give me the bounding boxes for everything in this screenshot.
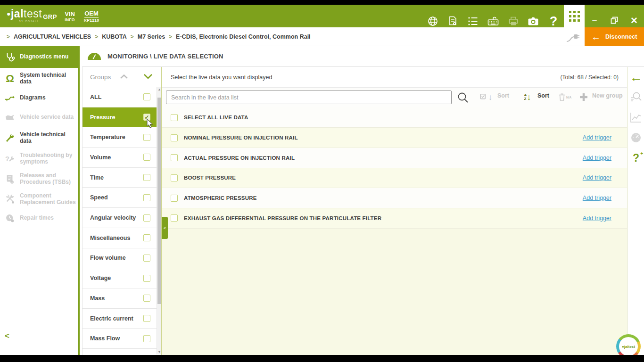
group-label: Electric current [90,315,133,322]
close-icon: ✕ [630,15,638,26]
add-trigger-link[interactable]: Add trigger [583,215,611,222]
menu-oem-rp1210[interactable]: OEM RP1210 [80,9,103,24]
live-data-row[interactable]: BOOST PRESSURE Add trigger [162,168,627,188]
group-row-pressure[interactable]: Pressure ✓ [83,107,157,128]
group-checkbox[interactable] [143,335,150,342]
window-restore-button[interactable] [608,13,621,27]
group-checkbox[interactable] [143,174,150,181]
chevron-left-icon: < [5,331,9,340]
select-all-row[interactable]: SELECT ALL LIVE DATA [162,107,627,128]
menu-grp[interactable]: GRP [41,9,59,24]
group-row-temperature[interactable]: Temperature [83,127,157,148]
live-data-row[interactable]: ATMOSPHERIC PRESSURE Add trigger [162,188,627,208]
sidebar-collapse-chevron[interactable]: < [5,331,9,341]
group-checkbox[interactable] [143,234,150,241]
groups-scroll-up-chevron[interactable] [120,73,128,81]
group-checkbox[interactable] [143,134,150,141]
releases-document-icon [4,174,16,184]
scrollbar-up-arrow[interactable]: ▲ [157,87,162,92]
row-checkbox[interactable] [171,214,178,222]
group-row-mass-flow[interactable]: Mass Flow [83,329,157,349]
sidebar-item-label: Vehicle technical data [20,132,76,145]
select-all-checkbox[interactable] [171,114,178,121]
group-row-electric-current[interactable]: Electric current [83,309,157,329]
menu-vin-info[interactable]: VIN INFO [59,9,80,24]
scrollbar-thumb[interactable] [157,98,161,304]
group-label: Miscellaneous [90,235,130,241]
advanced-search-button[interactable] [629,90,643,104]
scrollbar-down-arrow[interactable]: ▼ [157,350,162,354]
sidebar-item-system-technical-data[interactable]: Ω System technical data [0,70,78,88]
group-checkbox[interactable] [143,275,150,282]
sidebar-item-label: Component Replacement Guides [20,193,76,206]
group-checkbox-checked[interactable]: ✓ [143,114,150,121]
group-row-all[interactable]: ALL [83,87,157,107]
sidebar-item-diagrams[interactable]: Diagrams [0,92,78,104]
add-trigger-link[interactable]: Add trigger [583,174,611,181]
add-trigger-link[interactable]: Add trigger [583,195,611,201]
window-close-button[interactable]: ✕ [627,13,641,27]
row-checkbox[interactable] [171,154,178,161]
help-icon[interactable]: ? [547,15,560,27]
row-checkbox[interactable] [171,174,178,181]
group-checkbox[interactable] [143,93,150,100]
screenshot-camera-icon[interactable] [527,15,539,27]
logo-bold-text: jal [11,8,24,20]
group-row-time[interactable]: Time [83,168,157,188]
group-row-flow-volume[interactable]: Flow volume [83,248,157,269]
breadcrumb-item-system[interactable]: E-CDIS, Electronic Diesel Control, Commo… [176,33,310,40]
panel-collapse-tab[interactable]: < [162,217,168,239]
breadcrumb-item-model[interactable]: M7 Series [138,33,165,40]
row-label: NOMINAL PRESSURE ON INJECTION RAIL [184,135,298,140]
select-all-label: SELECT ALL LIVE DATA [184,115,248,120]
group-checkbox[interactable] [143,214,150,222]
add-trigger-link[interactable]: Add trigger [583,155,611,161]
groups-panel: Groups ALL Pressure ✓ Temperature Volume [82,67,162,355]
group-checkbox[interactable] [143,194,150,201]
keyboard-icon[interactable] [487,15,499,27]
row-checkbox[interactable] [171,134,178,141]
help-add-button[interactable]: ?+ [629,151,643,165]
sidebar-item-diagnostics-menu[interactable]: Diagnostics menu [0,46,78,68]
row-checkbox[interactable] [171,195,178,202]
omega-icon: Ω [4,74,16,84]
group-row-volume[interactable]: Volume [83,148,157,168]
group-row-miscellaneous[interactable]: Miscellaneous [83,228,157,248]
line-chart-icon [630,112,642,123]
window-minimize-button[interactable]: – [588,13,601,27]
live-data-row[interactable]: EXHAUST GAS DIFFERENTIAL PRESSURE ON THE… [162,208,627,229]
sort-alphabetical-icon[interactable]: AZ ↓ [520,90,535,104]
apps-grid-button[interactable] [564,5,585,27]
breadcrumb-item-vehicle-type[interactable]: AGRICULTURAL VEHICLES [14,33,91,40]
sort-selected-label: Sort [497,92,509,99]
group-checkbox[interactable] [143,315,150,322]
right-icon-strip [627,67,644,355]
report-document-icon[interactable] [446,15,459,27]
groups-scroll-down-chevron[interactable] [143,73,153,81]
disconnect-button[interactable]: ← Disconnect [585,27,644,46]
troubleshooting-icon: ? [4,154,16,164]
search-input[interactable] [166,90,452,104]
wrench-icon [4,133,16,143]
breadcrumb: > AGRICULTURAL VEHICLES > KUBOTA > M7 Se… [7,27,311,46]
sidebar-item-vehicle-technical-data[interactable]: Vehicle technical data [0,129,78,147]
group-row-voltage[interactable]: Voltage [83,268,157,288]
back-arrow-button[interactable]: ← [629,71,643,84]
group-row-speed[interactable]: Speed [83,188,157,208]
fault-list-icon[interactable] [467,15,479,27]
add-trigger-link[interactable]: Add trigger [583,134,611,141]
search-icon[interactable] [456,90,470,105]
crossed-wrenches-icon [4,194,16,205]
live-data-row[interactable]: NOMINAL PRESSURE ON INJECTION RAIL Add t… [162,128,627,148]
group-checkbox[interactable] [143,154,150,161]
breadcrumb-item-make[interactable]: KUBOTA [102,33,127,40]
sort-az-label[interactable]: Sort [537,92,549,99]
group-row-angular-velocity[interactable]: Angular velocity [83,208,157,228]
live-data-row[interactable]: ACTUAL PRESSURE ON INJECTION RAIL Add tr… [162,148,627,168]
group-row-mass[interactable]: Mass [83,288,157,309]
groups-scrollbar[interactable]: ▲ ▼ [157,87,161,354]
new-group-label: New group [592,92,623,99]
group-checkbox[interactable] [143,255,150,262]
group-checkbox[interactable] [143,295,150,302]
language-globe-icon[interactable] [427,15,439,27]
